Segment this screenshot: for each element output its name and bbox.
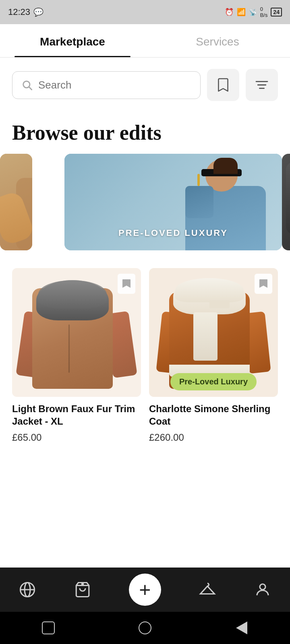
product-1-price: £65.00 bbox=[12, 432, 141, 443]
svg-point-9 bbox=[82, 583, 83, 585]
status-time: 12:23 💬 bbox=[8, 7, 44, 17]
android-home-button[interactable] bbox=[135, 618, 155, 638]
search-input[interactable] bbox=[38, 79, 191, 91]
cart-icon bbox=[74, 581, 91, 598]
recents-icon bbox=[42, 621, 55, 634]
nav-add-button[interactable]: + bbox=[129, 574, 161, 606]
browse-title: Browse our edits bbox=[0, 109, 290, 154]
nav-cart[interactable] bbox=[74, 581, 91, 598]
battery-indicator: 24 bbox=[271, 8, 282, 17]
bookmark-icon bbox=[259, 279, 268, 289]
signal-icon: 📡 bbox=[249, 8, 257, 16]
search-row bbox=[0, 58, 290, 109]
edit-card-right-partial[interactable] bbox=[282, 154, 290, 250]
data-speed: 0B/s bbox=[260, 6, 268, 18]
bookmark-icon bbox=[122, 279, 131, 289]
nav-marketplace[interactable] bbox=[19, 581, 36, 598]
product-2-badge-on-image: Pre-Loved Luxury bbox=[153, 373, 274, 390]
back-icon bbox=[236, 621, 247, 634]
svg-point-10 bbox=[260, 584, 265, 590]
wifi-icon: 📶 bbox=[237, 8, 246, 17]
globe-icon bbox=[19, 581, 36, 598]
product-card-jacket-2[interactable]: Pre-Loved Luxury Charlotte Simone Sherli… bbox=[145, 264, 282, 447]
status-icons: ⏰ 📶 📡 0B/s 24 bbox=[225, 6, 282, 18]
search-icon bbox=[21, 79, 33, 91]
jacket-2-illustration bbox=[165, 276, 262, 389]
product-1-name: Light Brown Faux Fur Trim Jacket - XL bbox=[12, 402, 141, 427]
tab-services[interactable]: Services bbox=[145, 24, 290, 57]
nav-wardrobe[interactable] bbox=[199, 581, 216, 598]
bottom-nav: + bbox=[0, 568, 290, 612]
home-icon bbox=[139, 621, 151, 634]
tab-marketplace[interactable]: Marketplace bbox=[0, 24, 145, 57]
alarm-icon: ⏰ bbox=[225, 8, 234, 17]
filter-icon bbox=[255, 79, 269, 91]
plus-icon: + bbox=[139, 580, 151, 600]
android-recents-button[interactable] bbox=[38, 618, 58, 638]
person-icon bbox=[254, 581, 271, 598]
edit-card-pre-loved-luxury[interactable]: PRE-LOVED LUXURY bbox=[64, 154, 282, 250]
jacket-1-illustration bbox=[28, 276, 125, 389]
edit-card-left-partial[interactable] bbox=[0, 154, 32, 250]
bookmark-icon bbox=[217, 78, 230, 92]
product-image-jacket-1 bbox=[12, 268, 141, 397]
products-grid: Light Brown Faux Fur Trim Jacket - XL £6… bbox=[0, 252, 290, 455]
svg-line-1 bbox=[29, 87, 31, 89]
product-image-jacket-2: Pre-Loved Luxury bbox=[149, 268, 278, 397]
tabs-container: Marketplace Services bbox=[0, 24, 290, 58]
product-2-price: £260.00 bbox=[149, 432, 278, 443]
edits-scroll[interactable]: PRE-LOVED LUXURY bbox=[0, 154, 290, 252]
android-back-button[interactable] bbox=[232, 618, 252, 638]
product-2-name: Charlotte Simone Sherling Coat bbox=[149, 402, 278, 427]
hanger-icon bbox=[199, 581, 216, 598]
android-nav-bar bbox=[0, 612, 290, 644]
product-card-jacket-1[interactable]: Light Brown Faux Fur Trim Jacket - XL £6… bbox=[8, 264, 145, 447]
bookmark-filter-button[interactable] bbox=[207, 69, 239, 101]
filter-button[interactable] bbox=[246, 69, 278, 101]
status-bar: 12:23 💬 ⏰ 📶 📡 0B/s 24 bbox=[0, 0, 290, 24]
product-1-bookmark[interactable] bbox=[118, 274, 135, 294]
nav-profile[interactable] bbox=[254, 581, 271, 598]
time-display: 12:23 bbox=[8, 7, 30, 17]
whatsapp-icon: 💬 bbox=[33, 7, 44, 17]
edit-card-label: PRE-LOVED LUXURY bbox=[64, 228, 282, 238]
search-input-wrap[interactable] bbox=[12, 71, 201, 99]
product-2-bookmark[interactable] bbox=[255, 274, 272, 294]
